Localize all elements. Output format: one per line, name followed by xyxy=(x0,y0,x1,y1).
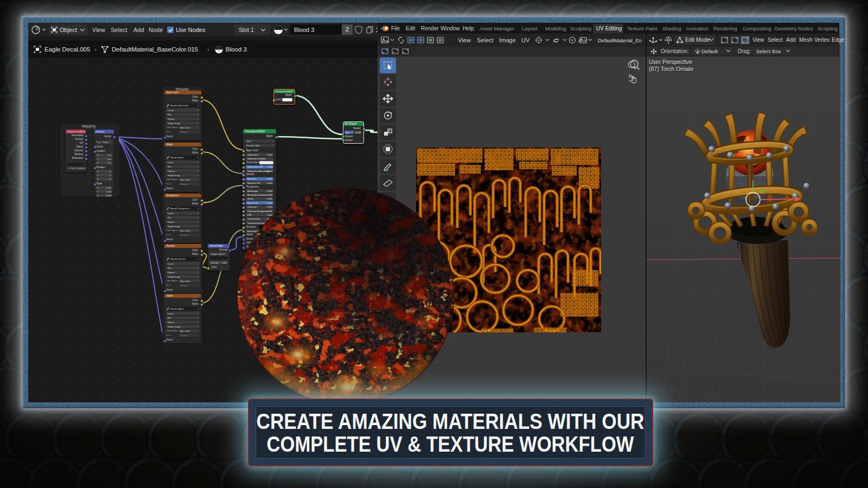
svg-text:CREATE AMAZING MATERIALS WITH: CREATE AMAZING MATERIALS WITH OUR xyxy=(257,409,644,433)
svg-text:COMPLETE UV & TEXTURE WORKFLOW: COMPLETE UV & TEXTURE WORKFLOW xyxy=(267,432,634,456)
